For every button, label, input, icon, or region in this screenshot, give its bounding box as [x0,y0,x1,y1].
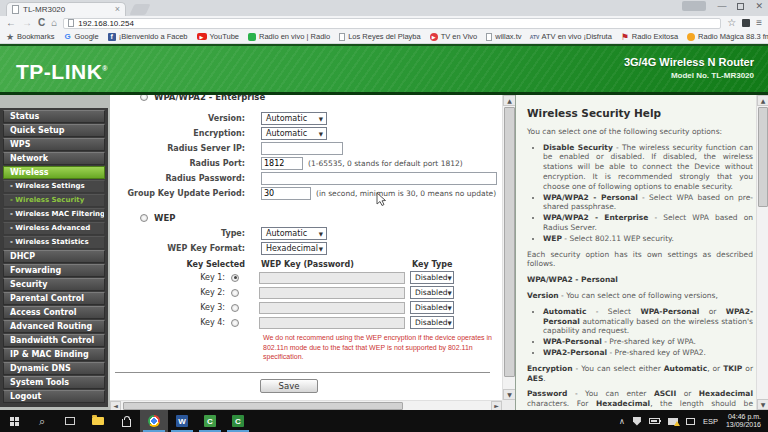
sidebar-item-wps[interactable]: WPS [3,138,105,151]
scroll-down-icon[interactable]: ▼ [503,389,515,400]
key2-type-select[interactable]: Disabled▼ [410,286,454,299]
key4-type-select[interactable]: Disabled▼ [410,316,454,329]
sidebar-item-wireless-security[interactable]: - Wireless Security [3,194,105,207]
radius-server-ip-input[interactable] [261,142,343,155]
bookmark-item-radio-exitosa[interactable]: ⚑Radio Exitosa [621,32,678,41]
scrollbar-thumb[interactable] [123,402,403,410]
sidebar-item-wireless-mac-filtering[interactable]: - Wireless MAC Filtering [3,208,105,221]
key1-radio[interactable] [231,274,239,282]
sidebar-item-wireless[interactable]: Wireless [3,166,105,179]
wep-type-select[interactable]: Automatic▼ [261,227,327,240]
version-select[interactable]: Automatic▼ [261,112,327,125]
help-vertical-scrollbar[interactable]: ▲ ▼ [756,95,768,410]
scrollbar-thumb[interactable] [504,107,515,377]
wep-radio[interactable] [140,214,148,222]
scroll-right-icon[interactable]: ► [491,401,502,410]
key1-input[interactable] [259,272,405,284]
bookmark-item-facebook[interactable]: f¡Bienvenido a Faceb [108,32,188,41]
home-button[interactable]: ⌂ [51,18,57,28]
bookmark-item-tv-en-vivo[interactable]: ▶TV en Vivo [430,32,478,41]
encryption-select[interactable]: Automatic▼ [261,127,327,140]
clock[interactable]: 04:46 p.m. 13/09/2016 [726,413,761,430]
word-taskbar-button[interactable]: W [168,410,196,432]
language-indicator[interactable]: ESP [703,417,718,426]
action-center-icon[interactable] [686,418,695,425]
defender-shield-icon[interactable] [633,417,641,426]
key1-type-select[interactable]: Disabled▼ [410,271,454,284]
sidebar-item-network[interactable]: Network [3,152,105,165]
tab-close-icon[interactable]: × [115,5,120,14]
wep-key-format-select[interactable]: Hexadecimal▼ [261,242,327,255]
key4-input[interactable] [259,317,405,329]
bookmark-item-radio-en-vivo[interactable]: Radio en vivo | Radio [248,32,330,41]
minimize-button[interactable]: — [717,1,726,11]
file-explorer-button[interactable] [84,410,112,432]
start-button[interactable] [0,410,28,432]
scroll-up-icon[interactable]: ▲ [503,95,515,106]
network-warning-icon[interactable] [668,418,678,425]
browser-tab[interactable]: TL-MR3020 × [6,2,126,16]
reload-button[interactable]: C [38,18,45,28]
close-button[interactable]: ✕ [755,1,763,11]
profile-chip[interactable] [682,1,706,11]
app-c2-taskbar-button[interactable]: C [224,410,252,432]
key3-radio[interactable] [231,304,239,312]
radius-password-input[interactable] [261,172,497,185]
search-button[interactable]: ⌕ [28,410,56,432]
sidebar-item-advanced-routing[interactable]: Advanced Routing [3,320,105,333]
sidebar-item-security[interactable]: Security [3,278,105,291]
sidebar-item-dhcp[interactable]: DHCP [3,250,105,263]
sidebar-item-ip-mac-binding[interactable]: IP & MAC Binding [3,348,105,361]
key3-input[interactable] [259,302,405,314]
sidebar-item-wireless-advanced[interactable]: - Wireless Advanced [3,222,105,235]
sidebar-item-wireless-statistics[interactable]: - Wireless Statistics [3,236,105,249]
bookmark-item-willax[interactable]: willax.tv [486,32,521,41]
scroll-up-icon[interactable]: ▲ [757,95,768,106]
key4-radio[interactable] [231,319,239,327]
wpa-enterprise-radio[interactable] [140,95,148,101]
scrollbar-thumb[interactable] [758,107,768,207]
bookmark-item-los-reyes[interactable]: Los Reyes del Playba [339,32,421,41]
menu-icon[interactable]: ≡ [756,18,762,28]
scroll-down-icon[interactable]: ▼ [757,399,768,410]
key2-input[interactable] [259,287,405,299]
bookmark-item-google[interactable]: GGoogle [64,32,99,41]
chrome-taskbar-button[interactable] [140,410,168,432]
radius-port-input[interactable] [261,157,303,170]
store-button[interactable] [112,410,140,432]
sidebar-item-dynamic-dns[interactable]: Dynamic DNS [3,362,105,375]
sidebar-item-parental-control[interactable]: Parental Control [3,292,105,305]
sidebar-item-forwarding[interactable]: Forwarding [3,264,105,277]
maximize-button[interactable] [737,3,744,10]
bookmark-item-youtube[interactable]: ▶YouTube [197,32,239,41]
tray-expand-icon[interactable]: ∧ [619,417,625,426]
main-horizontal-scrollbar[interactable]: ◄ ► [110,400,502,410]
col-key-selected: Key Selected [110,260,245,269]
sidebar-item-bandwidth-control[interactable]: Bandwidth Control [3,334,105,347]
url-text[interactable]: 192.168.10.254 [78,19,134,28]
group-key-input[interactable] [261,187,311,200]
save-button[interactable]: Save [260,379,318,393]
battery-icon[interactable] [649,418,660,424]
extension-icon[interactable] [742,19,750,27]
main-vertical-scrollbar[interactable]: ▲ ▼ [502,95,515,400]
task-view-button[interactable] [56,410,84,432]
bookmark-item-atv[interactable]: ATVATV en vivo ¡Disfruta [531,32,612,41]
sidebar-item-system-tools[interactable]: System Tools [3,376,105,389]
bookmark-item-radio-magica[interactable]: Radio Mágica 88.3 fm [687,32,768,41]
sidebar-item-wireless-settings[interactable]: - Wireless Settings [3,180,105,193]
bookmark-star-icon[interactable]: ☆ [727,18,736,28]
back-button[interactable]: ← [6,18,16,28]
sidebar-item-logout[interactable]: Logout [3,390,105,403]
key2-radio[interactable] [231,289,239,297]
bookmark-item-bookmarks[interactable]: ★Bookmarks [6,32,55,41]
key3-type-select[interactable]: Disabled▼ [410,301,454,314]
scroll-left-icon[interactable]: ◄ [110,401,121,410]
new-tab-button[interactable] [129,4,150,15]
sidebar-item-quick-setup[interactable]: Quick Setup [3,124,105,137]
app-c1-taskbar-button[interactable]: C [196,410,224,432]
url-bar[interactable]: 192.168.10.254 [63,18,721,29]
sidebar-item-access-control[interactable]: Access Control [3,306,105,319]
sidebar-item-status[interactable]: Status [3,110,105,123]
forward-button[interactable]: → [22,18,32,28]
